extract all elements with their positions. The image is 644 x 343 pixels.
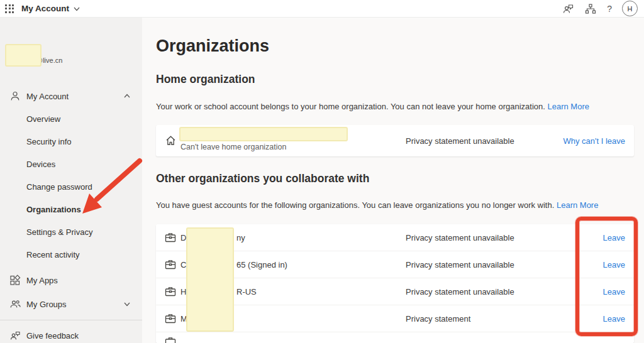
other-description-text: You have guest accounts for the followin… <box>156 200 557 210</box>
sidebar-item-my-groups[interactable]: My Groups <box>0 293 142 315</box>
sidebar-item-label: Overview <box>26 114 60 124</box>
chevron-up-icon[interactable] <box>123 92 131 102</box>
org-name-suffix: ny <box>236 233 245 242</box>
sidebar-item-my-apps[interactable]: My Apps <box>0 269 142 291</box>
avatar[interactable]: H <box>622 1 638 16</box>
sidebar-item-my-account[interactable]: My Account <box>0 85 142 107</box>
home-learn-more-link[interactable]: Learn More <box>547 102 589 111</box>
redaction-org-names <box>186 227 234 332</box>
sidebar-item-devices[interactable]: Devices <box>0 153 142 175</box>
briefcase-icon <box>165 259 176 272</box>
sidebar-item-give-feedback[interactable]: Give feedback <box>0 324 142 343</box>
org-name-prefix: D <box>180 233 186 242</box>
org-row-partial <box>156 332 634 343</box>
org-chart-icon[interactable] <box>584 3 597 15</box>
top-app-bar: My Account ? H <box>0 0 644 18</box>
sidebar-nav: My Account Overview Security info Device… <box>0 85 142 343</box>
org-name-suffix: 65 (Signed in) <box>236 260 287 270</box>
home-organization-heading: Home organization <box>156 73 255 86</box>
home-org-subtitle: Can't leave home organization <box>180 143 286 151</box>
sidebar-item-label: Devices <box>26 160 55 169</box>
sidebar-item-recent-activity[interactable]: Recent activity <box>0 243 142 266</box>
sidebar-item-label: Security info <box>26 137 72 146</box>
sidebar-item-settings-privacy[interactable]: Settings & Privacy <box>0 220 142 243</box>
other-learn-more-link[interactable]: Learn More <box>557 200 598 210</box>
org-privacy-status: Privacy statement unavailable <box>406 260 514 270</box>
briefcase-icon <box>165 232 176 245</box>
sidebar-item-overview[interactable]: Overview <box>0 107 142 130</box>
person-icon <box>9 90 21 102</box>
leave-link[interactable]: Leave <box>603 260 625 270</box>
leave-link[interactable]: Leave <box>603 287 625 297</box>
redaction-home-org-name <box>179 127 348 141</box>
other-organizations-description: You have guest accounts for the followin… <box>156 200 598 210</box>
sidebar-item-label: My Apps <box>26 276 58 285</box>
sidebar-item-change-password[interactable]: Change password <box>0 175 142 198</box>
org-privacy-status: Privacy statement unavailable <box>406 233 514 242</box>
briefcase-icon <box>165 286 176 299</box>
redaction-user-name <box>5 44 42 67</box>
leave-link[interactable]: Leave <box>603 233 625 242</box>
sidebar-item-organizations[interactable]: Organizations <box>0 198 142 220</box>
chevron-down-icon[interactable] <box>123 300 131 310</box>
other-organizations-heading: Other organizations you collaborate with <box>156 172 369 185</box>
sidebar-item-label: My Account <box>26 92 69 101</box>
why-cant-i-leave-link[interactable]: Why can't I leave <box>563 136 625 146</box>
org-name-suffix: R-US <box>236 287 257 297</box>
sidebar-item-label: Change password <box>26 182 92 192</box>
app-title-chevron-down-icon[interactable] <box>73 5 80 13</box>
home-description-text: Your work or school account belongs to y… <box>156 102 547 111</box>
help-icon[interactable]: ? <box>607 4 612 14</box>
people-group-icon <box>9 298 21 310</box>
org-privacy-statement-link[interactable]: Privacy statement <box>406 314 470 324</box>
sidebar-item-label: Settings & Privacy <box>26 227 93 237</box>
sidebar-item-label: Organizations <box>26 205 81 214</box>
sidebar-item-label: My Groups <box>26 300 67 309</box>
give-feedback-icon <box>9 329 21 342</box>
topbar-actions: ? H <box>562 1 644 16</box>
org-privacy-status: Privacy statement unavailable <box>406 287 514 297</box>
home-organization-description: Your work or school account belongs to y… <box>156 102 589 111</box>
app-launcher-icon[interactable] <box>0 0 19 18</box>
sidebar-item-label: Give feedback <box>26 331 79 340</box>
apps-grid-icon <box>9 274 21 286</box>
briefcase-icon <box>165 313 176 326</box>
org-name-prefix: H <box>180 287 186 297</box>
sidebar-item-label: Recent activity <box>26 250 80 259</box>
home-org-privacy-status: Privacy statement unavailable <box>406 136 514 146</box>
home-icon <box>165 134 177 149</box>
page-title: Organizations <box>156 36 269 56</box>
sidebar-item-security-info[interactable]: Security info <box>0 130 142 153</box>
sidebar-divider <box>0 320 142 320</box>
org-name-prefix: C <box>180 260 186 270</box>
leave-link[interactable]: Leave <box>603 314 625 324</box>
app-title[interactable]: My Account <box>21 4 69 13</box>
waffle-grid-icon <box>5 4 14 13</box>
feedback-person-chat-icon[interactable] <box>562 3 574 15</box>
briefcase-icon <box>165 337 176 343</box>
